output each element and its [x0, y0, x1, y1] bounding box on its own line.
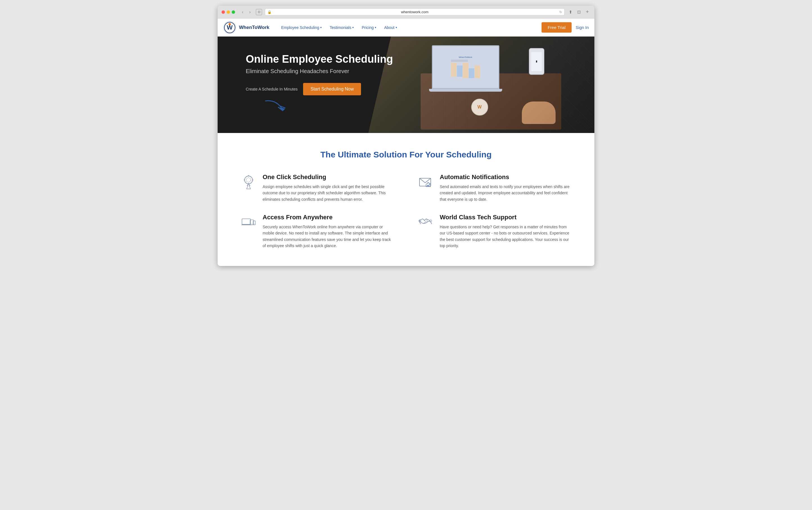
features-section: The Ultimate Solution For Your Schedulin… — [218, 133, 594, 266]
feature-text-support: World Class Tech Support Have questions … — [440, 214, 572, 249]
feature-desc-access: Securely access WhenToWork online from a… — [263, 224, 395, 249]
feature-desc-support: Have questions or need help? Get respons… — [440, 224, 572, 249]
chevron-down-icon: ▾ — [320, 26, 322, 29]
brand-logo-inner: W — [224, 22, 235, 33]
feature-access-anywhere: Access From Anywhere Securely access Whe… — [240, 214, 395, 249]
nav-link-pricing[interactable]: Pricing ▾ — [358, 24, 380, 31]
start-scheduling-button[interactable]: Start Scheduling Now — [303, 83, 361, 95]
chevron-down-icon: ▾ — [375, 26, 376, 29]
person-hand-illustration — [522, 101, 556, 124]
maximize-window-button[interactable] — [232, 10, 235, 14]
features-title: The Ultimate Solution For Your Schedulin… — [240, 150, 572, 159]
browser-navigation: ‹ › — [239, 9, 253, 15]
browser-window-controls — [222, 10, 235, 14]
handshake-icon — [417, 214, 434, 231]
hero-content: Online Employee Scheduling Eliminate Sch… — [218, 36, 410, 133]
browser-back-button[interactable]: ‹ — [239, 9, 246, 15]
envelope-icon — [417, 174, 434, 190]
nav-label-employee-scheduling: Employee Scheduling — [281, 25, 319, 30]
brand-logo-accent — [229, 23, 231, 25]
nav-item-about: About ▾ — [381, 24, 400, 31]
browser-tab-icon[interactable]: ⊡ — [256, 9, 262, 15]
hero-subtitle: Eliminate Scheduling Headaches Forever — [246, 68, 393, 74]
feature-automatic-notifications: Automatic Notifications Send automated e… — [417, 174, 572, 203]
navbar-nav: Employee Scheduling ▾ Testimonials ▾ Pri… — [278, 24, 542, 31]
brand-logo-link[interactable]: W WhenToWork — [223, 21, 269, 34]
sign-in-button[interactable]: Sign In — [576, 25, 589, 30]
feature-text-access: Access From Anywhere Securely access Whe… — [263, 214, 395, 249]
free-trial-button[interactable]: Free Trial — [542, 22, 572, 33]
svg-point-1 — [246, 178, 251, 182]
svg-rect-7 — [242, 219, 251, 224]
feature-title-support: World Class Tech Support — [440, 214, 572, 221]
refresh-icon[interactable]: ↻ — [559, 10, 562, 14]
chevron-down-icon: ▾ — [352, 26, 354, 29]
feature-desc-notifications: Send automated emails and texts to notif… — [440, 184, 572, 203]
cursor-icon — [240, 174, 257, 190]
close-window-button[interactable] — [222, 10, 225, 14]
chevron-down-icon: ▾ — [396, 26, 397, 29]
laptop-screen: WhenToWork — [432, 45, 499, 89]
nav-item-pricing: Pricing ▾ — [358, 24, 380, 31]
features-grid: One Click Scheduling Assign employee sch… — [240, 174, 572, 249]
share-button[interactable]: ⬆ — [568, 9, 574, 15]
laptop-base — [429, 89, 502, 92]
feature-text-notifications: Automatic Notifications Send automated e… — [440, 174, 572, 203]
feature-text-one-click: One Click Scheduling Assign employee sch… — [263, 174, 395, 203]
nav-item-testimonials: Testimonials ▾ — [326, 24, 357, 31]
nav-link-testimonials[interactable]: Testimonials ▾ — [326, 24, 357, 31]
feature-one-click-scheduling: One Click Scheduling Assign employee sch… — [240, 174, 395, 203]
nav-label-about: About — [384, 25, 395, 30]
svg-point-0 — [244, 176, 253, 184]
hero-cta-label: Create A Schedule In Minutes — [246, 87, 297, 91]
navbar-actions: Free Trial Sign In — [542, 22, 589, 33]
new-tab-button[interactable]: + — [584, 9, 590, 15]
feature-desc-one-click: Assign employee schedules with single cl… — [263, 184, 395, 203]
nav-label-testimonials: Testimonials — [329, 25, 351, 30]
navbar: W WhenToWork Employee Scheduling ▾ Testi… — [218, 19, 594, 36]
browser-titlebar: ‹ › ⊡ 🔒 whentowork.com ↻ ⬆ ⊡ + — [218, 6, 594, 19]
browser-toolbar-actions: ⬆ ⊡ + — [568, 9, 590, 15]
page-content: W WhenToWork Employee Scheduling ▾ Testi… — [218, 19, 594, 266]
browser-forward-button[interactable]: › — [247, 9, 253, 15]
brand-name: WhenToWork — [239, 25, 269, 30]
brand-logo: W — [223, 21, 236, 34]
hero-title: Online Employee Scheduling — [246, 53, 393, 65]
feature-title-one-click: One Click Scheduling — [263, 174, 395, 181]
feature-title-access: Access From Anywhere — [263, 214, 395, 221]
feature-title-notifications: Automatic Notifications — [440, 174, 572, 181]
nav-label-pricing: Pricing — [361, 25, 374, 30]
hero-visual: WhenToWork — [387, 36, 594, 133]
add-bookmark-button[interactable]: ⊡ — [576, 9, 582, 15]
nav-link-employee-scheduling[interactable]: Employee Scheduling ▾ — [278, 24, 325, 31]
url-text: whentowork.com — [401, 10, 429, 14]
hero-arrow — [263, 98, 393, 116]
minimize-window-button[interactable] — [227, 10, 230, 14]
hero-section: Online Employee Scheduling Eliminate Sch… — [218, 36, 594, 133]
devices-icon — [240, 214, 257, 231]
coffee-cup-illustration: W — [471, 99, 488, 116]
screen-content: WhenToWork — [451, 56, 480, 78]
nav-item-employee-scheduling: Employee Scheduling ▾ — [278, 24, 325, 31]
feature-tech-support: World Class Tech Support Have questions … — [417, 214, 572, 249]
hero-cta-area: Create A Schedule In Minutes Start Sched… — [246, 83, 393, 95]
phone-illustration: 📱 — [529, 48, 544, 75]
laptop-illustration: WhenToWork — [432, 45, 511, 92]
browser-window: ‹ › ⊡ 🔒 whentowork.com ↻ ⬆ ⊡ + W — [218, 6, 594, 266]
lock-icon: 🔒 — [267, 10, 271, 14]
nav-link-about[interactable]: About ▾ — [381, 24, 400, 31]
desk-illustration: WhenToWork — [420, 40, 561, 130]
browser-url-bar[interactable]: 🔒 whentowork.com ↻ — [265, 8, 564, 16]
